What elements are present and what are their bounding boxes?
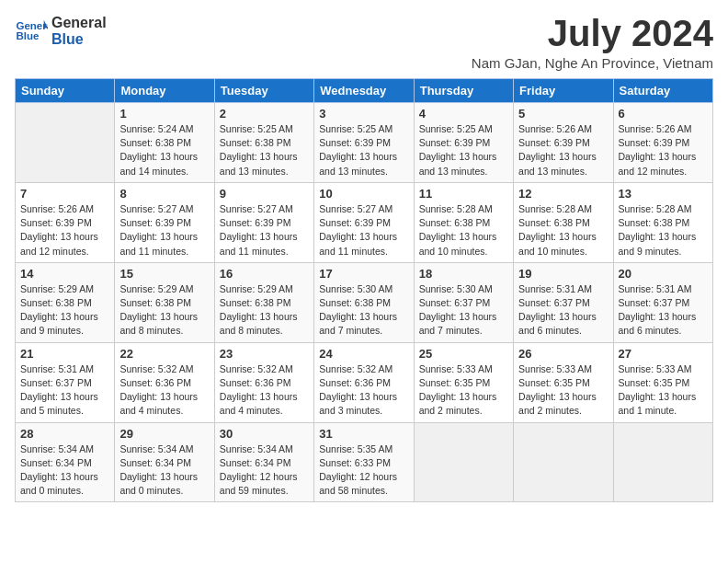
calendar-cell: 18Sunrise: 5:30 AM Sunset: 6:37 PM Dayli… bbox=[414, 262, 513, 342]
header-cell-friday: Friday bbox=[514, 79, 613, 103]
cell-text: Sunrise: 5:31 AM Sunset: 6:37 PM Dayligh… bbox=[20, 362, 109, 419]
header-cell-tuesday: Tuesday bbox=[214, 79, 313, 103]
calendar-week-row: 14Sunrise: 5:29 AM Sunset: 6:38 PM Dayli… bbox=[16, 262, 713, 342]
calendar-cell: 13Sunrise: 5:28 AM Sunset: 6:38 PM Dayli… bbox=[613, 182, 712, 262]
day-number: 19 bbox=[518, 267, 608, 281]
cell-text: Sunrise: 5:26 AM Sunset: 6:39 PM Dayligh… bbox=[20, 202, 109, 259]
header: General Blue General Blue July 2024 Nam … bbox=[15, 15, 713, 71]
day-number: 18 bbox=[419, 267, 508, 281]
logo-line2: Blue bbox=[51, 31, 84, 48]
calendar-week-row: 7Sunrise: 5:26 AM Sunset: 6:39 PM Daylig… bbox=[16, 182, 713, 262]
day-number: 15 bbox=[119, 267, 209, 281]
calendar-cell: 19Sunrise: 5:31 AM Sunset: 6:37 PM Dayli… bbox=[514, 262, 613, 342]
cell-text: Sunrise: 5:34 AM Sunset: 6:34 PM Dayligh… bbox=[119, 442, 209, 499]
day-number: 22 bbox=[119, 347, 209, 361]
calendar-cell: 31Sunrise: 5:35 AM Sunset: 6:33 PM Dayli… bbox=[314, 422, 414, 502]
day-number: 27 bbox=[619, 347, 708, 361]
calendar-cell: 12Sunrise: 5:28 AM Sunset: 6:38 PM Dayli… bbox=[514, 182, 613, 262]
day-number: 6 bbox=[619, 107, 708, 121]
cell-text: Sunrise: 5:32 AM Sunset: 6:36 PM Dayligh… bbox=[119, 362, 209, 419]
cell-text: Sunrise: 5:28 AM Sunset: 6:38 PM Dayligh… bbox=[619, 202, 708, 259]
calendar-cell: 30Sunrise: 5:34 AM Sunset: 6:34 PM Dayli… bbox=[214, 422, 313, 502]
calendar-cell: 9Sunrise: 5:27 AM Sunset: 6:39 PM Daylig… bbox=[214, 182, 313, 262]
calendar-body: 1Sunrise: 5:24 AM Sunset: 6:38 PM Daylig… bbox=[16, 103, 713, 502]
month-title: July 2024 bbox=[472, 15, 713, 52]
day-number: 21 bbox=[20, 347, 109, 361]
day-number: 2 bbox=[220, 107, 309, 121]
logo: General Blue General Blue bbox=[15, 15, 107, 48]
cell-text: Sunrise: 5:29 AM Sunset: 6:38 PM Dayligh… bbox=[119, 282, 209, 339]
day-number: 14 bbox=[20, 267, 109, 281]
cell-text: Sunrise: 5:29 AM Sunset: 6:38 PM Dayligh… bbox=[220, 282, 309, 339]
cell-text: Sunrise: 5:30 AM Sunset: 6:38 PM Dayligh… bbox=[319, 282, 408, 339]
calendar-cell: 5Sunrise: 5:26 AM Sunset: 6:39 PM Daylig… bbox=[514, 103, 613, 183]
cell-text: Sunrise: 5:27 AM Sunset: 6:39 PM Dayligh… bbox=[319, 202, 408, 259]
location: Nam GJan, Nghe An Province, Vietnam bbox=[472, 55, 713, 71]
day-number: 26 bbox=[518, 347, 608, 361]
cell-text: Sunrise: 5:33 AM Sunset: 6:35 PM Dayligh… bbox=[518, 362, 608, 419]
calendar-cell: 16Sunrise: 5:29 AM Sunset: 6:38 PM Dayli… bbox=[214, 262, 313, 342]
calendar-cell: 27Sunrise: 5:33 AM Sunset: 6:35 PM Dayli… bbox=[613, 342, 712, 422]
calendar-cell: 22Sunrise: 5:32 AM Sunset: 6:36 PM Dayli… bbox=[115, 342, 214, 422]
day-number: 3 bbox=[319, 107, 408, 121]
day-number: 9 bbox=[220, 187, 309, 201]
calendar-cell bbox=[414, 422, 513, 502]
header-cell-thursday: Thursday bbox=[414, 79, 513, 103]
day-number: 23 bbox=[220, 347, 309, 361]
calendar-cell: 21Sunrise: 5:31 AM Sunset: 6:37 PM Dayli… bbox=[16, 342, 115, 422]
svg-text:General: General bbox=[16, 20, 48, 31]
calendar-week-row: 21Sunrise: 5:31 AM Sunset: 6:37 PM Dayli… bbox=[16, 342, 713, 422]
calendar-cell: 24Sunrise: 5:32 AM Sunset: 6:36 PM Dayli… bbox=[314, 342, 414, 422]
day-number: 8 bbox=[119, 187, 209, 201]
day-number: 29 bbox=[119, 427, 209, 441]
calendar-cell: 11Sunrise: 5:28 AM Sunset: 6:38 PM Dayli… bbox=[414, 182, 513, 262]
calendar-header-row: SundayMondayTuesdayWednesdayThursdayFrid… bbox=[16, 79, 713, 103]
calendar-cell: 26Sunrise: 5:33 AM Sunset: 6:35 PM Dayli… bbox=[514, 342, 613, 422]
calendar-cell: 8Sunrise: 5:27 AM Sunset: 6:39 PM Daylig… bbox=[115, 182, 214, 262]
cell-text: Sunrise: 5:31 AM Sunset: 6:37 PM Dayligh… bbox=[619, 282, 708, 339]
calendar-cell: 25Sunrise: 5:33 AM Sunset: 6:35 PM Dayli… bbox=[414, 342, 513, 422]
calendar-cell: 20Sunrise: 5:31 AM Sunset: 6:37 PM Dayli… bbox=[613, 262, 712, 342]
calendar-cell: 4Sunrise: 5:25 AM Sunset: 6:39 PM Daylig… bbox=[414, 103, 513, 183]
calendar-cell: 17Sunrise: 5:30 AM Sunset: 6:38 PM Dayli… bbox=[314, 262, 414, 342]
calendar-cell bbox=[16, 103, 115, 183]
day-number: 4 bbox=[419, 107, 508, 121]
calendar-cell: 1Sunrise: 5:24 AM Sunset: 6:38 PM Daylig… bbox=[115, 103, 214, 183]
cell-text: Sunrise: 5:28 AM Sunset: 6:38 PM Dayligh… bbox=[419, 202, 508, 259]
svg-text:Blue: Blue bbox=[16, 30, 40, 41]
cell-text: Sunrise: 5:24 AM Sunset: 6:38 PM Dayligh… bbox=[119, 122, 209, 178]
day-number: 28 bbox=[20, 427, 109, 441]
cell-text: Sunrise: 5:25 AM Sunset: 6:39 PM Dayligh… bbox=[419, 122, 508, 178]
calendar-cell bbox=[613, 422, 712, 502]
calendar-cell: 6Sunrise: 5:26 AM Sunset: 6:39 PM Daylig… bbox=[613, 103, 712, 183]
title-area: July 2024 Nam GJan, Nghe An Province, Vi… bbox=[472, 15, 713, 71]
logo-line1: General bbox=[51, 15, 107, 31]
cell-text: Sunrise: 5:26 AM Sunset: 6:39 PM Dayligh… bbox=[619, 122, 708, 178]
cell-text: Sunrise: 5:31 AM Sunset: 6:37 PM Dayligh… bbox=[518, 282, 608, 339]
cell-text: Sunrise: 5:26 AM Sunset: 6:39 PM Dayligh… bbox=[518, 122, 608, 178]
header-cell-wednesday: Wednesday bbox=[314, 79, 414, 103]
cell-text: Sunrise: 5:34 AM Sunset: 6:34 PM Dayligh… bbox=[20, 442, 109, 499]
cell-text: Sunrise: 5:34 AM Sunset: 6:34 PM Dayligh… bbox=[220, 442, 309, 499]
calendar-week-row: 1Sunrise: 5:24 AM Sunset: 6:38 PM Daylig… bbox=[16, 103, 713, 183]
calendar-cell bbox=[514, 422, 613, 502]
day-number: 7 bbox=[20, 187, 109, 201]
calendar-cell: 29Sunrise: 5:34 AM Sunset: 6:34 PM Dayli… bbox=[115, 422, 214, 502]
day-number: 17 bbox=[319, 267, 408, 281]
header-cell-monday: Monday bbox=[115, 79, 214, 103]
cell-text: Sunrise: 5:28 AM Sunset: 6:38 PM Dayligh… bbox=[518, 202, 608, 259]
day-number: 13 bbox=[619, 187, 708, 201]
calendar-cell: 3Sunrise: 5:25 AM Sunset: 6:39 PM Daylig… bbox=[314, 103, 414, 183]
header-cell-saturday: Saturday bbox=[613, 79, 712, 103]
day-number: 31 bbox=[319, 427, 408, 441]
cell-text: Sunrise: 5:27 AM Sunset: 6:39 PM Dayligh… bbox=[119, 202, 209, 259]
day-number: 11 bbox=[419, 187, 508, 201]
calendar-cell: 2Sunrise: 5:25 AM Sunset: 6:38 PM Daylig… bbox=[214, 103, 313, 183]
calendar-cell: 14Sunrise: 5:29 AM Sunset: 6:38 PM Dayli… bbox=[16, 262, 115, 342]
calendar-cell: 15Sunrise: 5:29 AM Sunset: 6:38 PM Dayli… bbox=[115, 262, 214, 342]
cell-text: Sunrise: 5:32 AM Sunset: 6:36 PM Dayligh… bbox=[220, 362, 309, 419]
day-number: 5 bbox=[518, 107, 608, 121]
cell-text: Sunrise: 5:35 AM Sunset: 6:33 PM Dayligh… bbox=[319, 442, 408, 499]
calendar-cell: 28Sunrise: 5:34 AM Sunset: 6:34 PM Dayli… bbox=[16, 422, 115, 502]
cell-text: Sunrise: 5:33 AM Sunset: 6:35 PM Dayligh… bbox=[419, 362, 508, 419]
